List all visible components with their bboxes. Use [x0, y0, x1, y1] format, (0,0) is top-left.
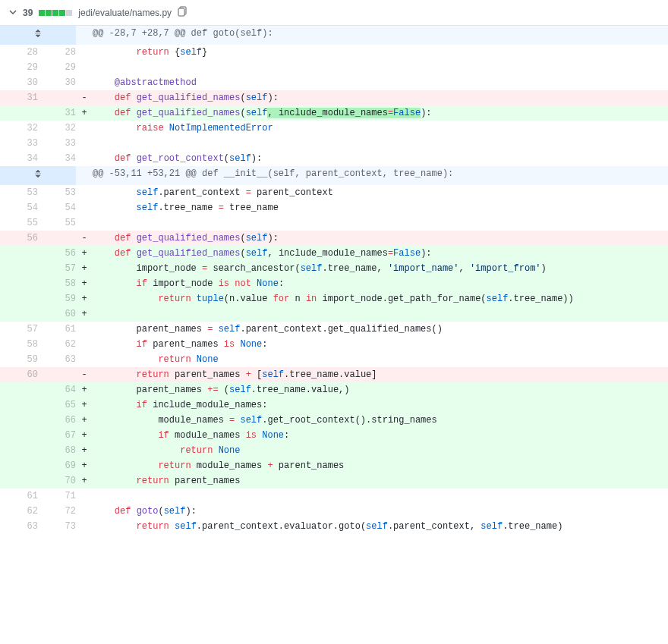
new-line-number[interactable]: 56: [38, 246, 76, 261]
old-line-number[interactable]: 62: [0, 504, 38, 519]
old-line-number[interactable]: 29: [0, 60, 38, 75]
old-line-number[interactable]: [0, 291, 38, 306]
new-line-number[interactable]: 59: [38, 291, 76, 306]
new-line-number[interactable]: 63: [38, 352, 76, 367]
code-cell[interactable]: [93, 215, 668, 231]
code-cell[interactable]: def get_qualified_names(self, include_mo…: [93, 105, 668, 121]
code-cell[interactable]: parent_names = self.parent_context.get_q…: [93, 322, 668, 337]
code-cell[interactable]: def get_qualified_names(self):: [93, 231, 668, 246]
code-cell[interactable]: parent_names += (self.tree_name.value,): [93, 382, 668, 397]
copy-path-icon[interactable]: [178, 6, 188, 19]
old-line-number[interactable]: 56: [0, 231, 38, 246]
code-cell[interactable]: def goto(self):: [93, 504, 668, 519]
new-line-number[interactable]: 72: [38, 504, 76, 519]
code-cell[interactable]: if include_module_names:: [93, 397, 668, 413]
old-line-number[interactable]: 57: [0, 322, 38, 337]
old-line-number[interactable]: [0, 276, 38, 291]
diff-row: 56- def get_qualified_names(self):: [0, 231, 668, 246]
code-cell[interactable]: self.tree_name = tree_name: [93, 200, 668, 215]
code-cell[interactable]: self.parent_context = parent_context: [93, 185, 668, 200]
old-line-number[interactable]: [0, 382, 38, 397]
new-line-number[interactable]: 66: [38, 413, 76, 428]
diff-row: 58+ if import_node is not None:: [0, 276, 668, 291]
new-line-number[interactable]: 60: [38, 306, 76, 322]
code-cell[interactable]: return parent_names: [93, 473, 668, 488]
code-cell[interactable]: if parent_names is None:: [93, 337, 668, 352]
new-line-number[interactable]: 57: [38, 261, 76, 276]
new-line-number[interactable]: 61: [38, 322, 76, 337]
old-line-number[interactable]: [0, 306, 38, 322]
old-line-number[interactable]: [0, 397, 38, 413]
old-line-number[interactable]: 60: [0, 367, 38, 382]
code-cell[interactable]: @abstractmethod: [93, 75, 668, 90]
new-line-number[interactable]: 54: [38, 200, 76, 215]
new-line-number[interactable]: 29: [38, 60, 76, 75]
expand-icon[interactable]: [32, 172, 44, 183]
new-line-number[interactable]: 31: [38, 105, 76, 121]
new-line-number[interactable]: 33: [38, 136, 76, 151]
code-cell[interactable]: import_node = search_ancestor(self.tree_…: [93, 261, 668, 276]
new-line-number[interactable]: 58: [38, 276, 76, 291]
old-line-number[interactable]: 59: [0, 352, 38, 367]
old-line-number[interactable]: 54: [0, 200, 38, 215]
new-line-number[interactable]: 73: [38, 519, 76, 534]
new-line-number[interactable]: 70: [38, 473, 76, 488]
expand-icon[interactable]: [32, 32, 44, 42]
new-line-number[interactable]: 68: [38, 443, 76, 458]
old-line-number[interactable]: [0, 246, 38, 261]
code-cell[interactable]: def get_qualified_names(self):: [93, 90, 668, 105]
old-line-number[interactable]: 61: [0, 488, 38, 504]
new-line-number[interactable]: 71: [38, 488, 76, 504]
code-cell[interactable]: def get_root_context(self):: [93, 151, 668, 166]
old-line-number[interactable]: 53: [0, 185, 38, 200]
code-cell[interactable]: [93, 488, 668, 504]
file-path-link[interactable]: jedi/evaluate/names.py: [78, 8, 172, 18]
code-cell[interactable]: raise NotImplementedError: [93, 121, 668, 136]
code-cell[interactable]: return None: [93, 443, 668, 458]
code-cell[interactable]: return self.parent_context.evaluator.got…: [93, 519, 668, 534]
new-line-number[interactable]: 65: [38, 397, 76, 413]
new-line-number[interactable]: 30: [38, 75, 76, 90]
new-line-number[interactable]: 69: [38, 458, 76, 473]
old-line-number[interactable]: 32: [0, 121, 38, 136]
code-cell[interactable]: if import_node is not None:: [93, 276, 668, 291]
new-line-number[interactable]: 64: [38, 382, 76, 397]
old-line-number[interactable]: 55: [0, 215, 38, 231]
old-line-number[interactable]: [0, 105, 38, 121]
old-line-number[interactable]: 34: [0, 151, 38, 166]
old-line-number[interactable]: [0, 458, 38, 473]
old-line-number[interactable]: [0, 413, 38, 428]
old-line-number[interactable]: [0, 443, 38, 458]
code-cell[interactable]: return module_names + parent_names: [93, 458, 668, 473]
collapse-chevron-icon[interactable]: [9, 8, 17, 18]
new-line-number[interactable]: 53: [38, 185, 76, 200]
code-cell[interactable]: def get_qualified_names(self, include_mo…: [93, 246, 668, 261]
code-cell[interactable]: module_names = self.get_root_context().s…: [93, 413, 668, 428]
new-line-number[interactable]: [38, 90, 76, 105]
new-line-number[interactable]: 62: [38, 337, 76, 352]
old-line-number[interactable]: [0, 261, 38, 276]
old-line-number[interactable]: 30: [0, 75, 38, 90]
old-line-number[interactable]: [0, 473, 38, 488]
new-line-number[interactable]: 34: [38, 151, 76, 166]
code-cell[interactable]: [93, 306, 668, 322]
code-cell[interactable]: return {self}: [93, 45, 668, 60]
new-line-number[interactable]: 55: [38, 215, 76, 231]
new-line-number[interactable]: [38, 231, 76, 246]
code-cell[interactable]: [93, 136, 668, 151]
code-cell[interactable]: return tuple(n.value for n in import_nod…: [93, 291, 668, 306]
old-line-number[interactable]: 63: [0, 519, 38, 534]
new-line-number[interactable]: 67: [38, 428, 76, 443]
old-line-number[interactable]: 28: [0, 45, 38, 60]
old-line-number[interactable]: 31: [0, 90, 38, 105]
code-cell[interactable]: return None: [93, 352, 668, 367]
code-cell[interactable]: if module_names is None:: [93, 428, 668, 443]
new-line-number[interactable]: 32: [38, 121, 76, 136]
new-line-number[interactable]: 28: [38, 45, 76, 60]
old-line-number[interactable]: 58: [0, 337, 38, 352]
new-line-number[interactable]: [38, 367, 76, 382]
code-cell[interactable]: return parent_names + [self.tree_name.va…: [93, 367, 668, 382]
code-cell[interactable]: [93, 60, 668, 75]
old-line-number[interactable]: [0, 428, 38, 443]
old-line-number[interactable]: 33: [0, 136, 38, 151]
